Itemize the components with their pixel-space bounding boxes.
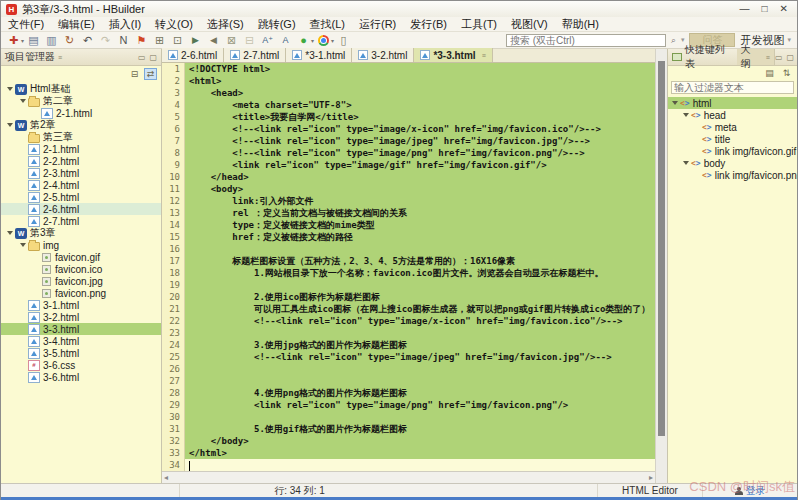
menu-item-2[interactable]: 编辑(E) [51,17,102,32]
editor-tab-3[interactable]: *3-1.html [286,48,352,62]
panel-maximize-icon[interactable]: ▢ [786,53,794,62]
code-line-22[interactable]: 22 <!--<link rel="icon" type="image/x-ic… [162,315,655,327]
close-button[interactable]: ✕ [780,4,788,14]
tree-item-2-6.html[interactable]: 2-6.html [1,203,161,215]
code-line-24[interactable]: 24 3.使用jpg格式的图片作为标题栏图标 [162,339,655,351]
editor-tab-1[interactable]: 2-6.html [162,48,224,62]
code-line-16[interactable]: 16 [162,243,655,255]
menu-item-10[interactable]: 工具(T) [454,17,504,32]
code-line-28[interactable]: 28 4.使用png格式的图片作为标题栏图标 [162,387,655,399]
tree-chevron-icon[interactable] [18,243,28,247]
tree-item-3-4.html[interactable]: 3-4.html [1,335,161,347]
code-line-19[interactable]: 19 [162,279,655,291]
panel-minimize-icon[interactable]: ▭ [775,53,783,62]
login-link[interactable]: 登录 [746,484,766,498]
code-line-33[interactable]: 33</html> [162,447,655,459]
tree-item-2-5.html[interactable]: 2-5.html [1,191,161,203]
code-line-21[interactable]: 21 可以用工具生成ico图标（在网上搜ico图标生成器，就可以把png或gif… [162,303,655,315]
search-dropdown-icon[interactable]: ▾ [681,36,685,44]
tree-chevron-icon[interactable] [5,123,15,127]
save-icon[interactable]: ▤ [25,33,42,48]
code-line-31[interactable]: 31 5.使用gif格式的图片作为标题栏图标 [162,423,655,435]
new-file-icon[interactable]: ✚ [5,33,22,48]
code-line-26[interactable]: 26 [162,363,655,375]
editor-tab-4[interactable]: 3-2.html [352,48,414,62]
menu-item-3[interactable]: 插入(I) [102,17,148,32]
tree-item-3-3.html[interactable]: 3-3.html [1,323,161,335]
code-line-17[interactable]: 17 标题栏图标设置（五种方法，2、3、4、5方法是常用的）：16X16像素 [162,255,655,267]
menu-item-7[interactable]: 查找(L) [303,17,352,32]
search-input[interactable] [510,35,662,46]
tree-chevron-icon[interactable] [5,87,15,91]
sort-icon[interactable]: ⇅ [780,67,793,79]
minimize-button[interactable]: — [740,4,750,14]
menu-item-4[interactable]: 转义(O) [148,17,200,32]
code-line-32[interactable]: 32 </body> [162,435,655,447]
menu-item-5[interactable]: 选择(S) [200,17,251,32]
window-disabled-icon[interactable]: ⊟ [241,33,258,48]
code-line-20[interactable]: 20 2.使用ico图标作为标题栏图标 [162,291,655,303]
tree-item-2-4.html[interactable]: 2-4.html [1,179,161,191]
tree-item-3-6.css[interactable]: #3-6.css [1,359,161,371]
dropdown-arrow-icon[interactable]: ▾ [311,37,314,44]
vertical-scrollbar[interactable] [655,49,667,483]
outline-item-head[interactable]: <>head [668,109,797,121]
tree-item-favicon.gif[interactable]: favicon.gif [1,251,161,263]
tree-item-第2章[interactable]: W第2章 [1,119,161,131]
collapse-all-icon[interactable]: ⊟ [128,68,141,80]
scroll-left-icon[interactable]: ◂ [164,473,168,482]
tab-outline[interactable]: 大纲 ≡ [737,49,775,65]
code-line-23[interactable]: 23 [162,327,655,339]
outline-item-link-img-favicon-png[interactable]: <>link img/favicon.png [668,169,797,181]
code-line-12[interactable]: 12 link:引入外部文件 [162,195,655,207]
code-line-13[interactable]: 13 rel ：定义当前文档与被链接文档间的关系 [162,207,655,219]
menu-item-12[interactable]: 帮助(H) [555,17,606,32]
code-line-15[interactable]: 15 href：定义被链接文档的路径 [162,231,655,243]
code-line-18[interactable]: 18 1.网站根目录下放一个名称：favicon.ico图片文件。浏览器会自动显… [162,267,655,279]
code-line-30[interactable]: 30 [162,411,655,423]
font-decrease-icon[interactable]: A [277,33,294,48]
outline-item-body[interactable]: <>body [668,157,797,169]
tree-chevron-icon[interactable] [670,101,680,105]
tree-chevron-icon[interactable] [5,231,15,235]
code-line-8[interactable]: 8 <!--<link rel="icon" type="image/png" … [162,147,655,159]
redo-icon[interactable]: ↷ [97,33,114,48]
preview-icon[interactable]: ⊡ [169,33,186,48]
tree-item-2-1.html[interactable]: 2-1.html [1,143,161,155]
code-editor[interactable]: 1<!DOCTYPE html>2<html>3 <head>4 <meta c… [162,63,655,471]
editor-tab-2[interactable]: 2-7.html [224,48,286,62]
tree-item-favicon.ico[interactable]: favicon.ico [1,263,161,275]
search-icon[interactable]: ⌕ [671,35,676,46]
code-line-34[interactable]: 34 [162,459,655,471]
maximize-button[interactable]: □ [762,4,768,14]
edit-preview-icon[interactable]: ⊞ [151,33,168,48]
tree-item-2-1.html[interactable]: 2-1.html [1,107,161,119]
menu-item-6[interactable]: 跳转(G) [251,17,303,32]
horizontal-scrollbar[interactable]: ◂ ▸ [162,471,655,483]
panel-minimize-icon[interactable]: ▭ [138,53,146,62]
tree-item-favicon.jpg[interactable]: favicon.jpg [1,275,161,287]
outline-item-title[interactable]: <>title [668,133,797,145]
code-line-2[interactable]: 2<html> [162,75,655,87]
dropdown-arrow-icon[interactable]: ▾ [21,37,24,44]
tree-item-3-6.html[interactable]: 3-6.html [1,371,161,383]
code-line-29[interactable]: 29 <link rel="icon" type="image/png" hre… [162,399,655,411]
project-panel-title[interactable]: 项目管理器 [5,50,55,64]
link-editor-icon[interactable]: ⇄ [144,68,157,80]
code-line-11[interactable]: 11 <body> [162,183,655,195]
window-icon[interactable]: ⊠ [223,33,240,48]
tree-chevron-icon[interactable] [681,113,691,117]
tree-item-3-2.html[interactable]: 3-2.html [1,311,161,323]
tree-item-img[interactable]: img [1,239,161,251]
code-line-5[interactable]: 5 <title>我要自学网</title> [162,111,655,123]
outline-item-link-img-favicon-gif[interactable]: <>link img/favicon.gif [668,145,797,157]
font-increase-icon[interactable]: A⁺ [259,33,276,48]
code-line-9[interactable]: 9 <link rel="icon" type="image/gif" href… [162,159,655,171]
scrollbar-thumb[interactable] [658,61,665,436]
tree-item-favicon.png[interactable]: favicon.png [1,287,161,299]
outline-item-html[interactable]: <>html [668,97,797,109]
back-icon[interactable]: ◀ [205,33,222,48]
undo-icon[interactable]: ↶ [79,33,96,48]
chrome-icon[interactable] [315,33,332,48]
code-line-10[interactable]: 10 </head> [162,171,655,183]
